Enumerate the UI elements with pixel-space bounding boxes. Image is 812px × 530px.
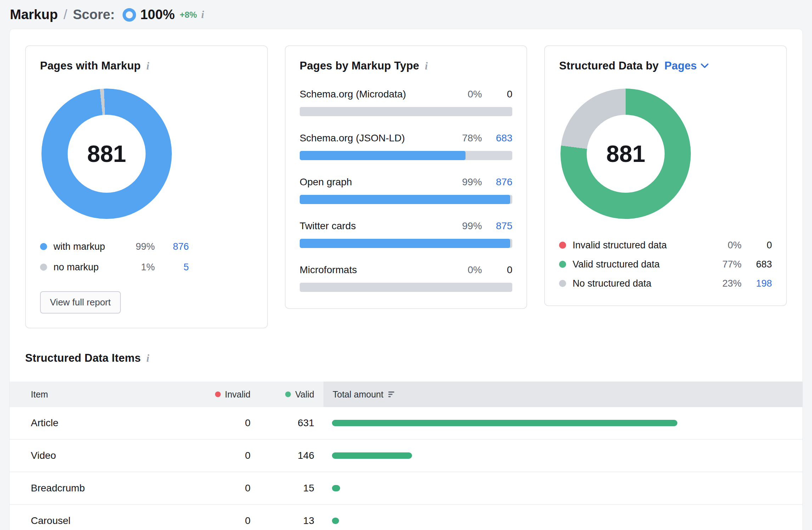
markup-type-count: 0 — [487, 264, 512, 276]
valid-column-header: Valid — [250, 389, 314, 400]
valid-count: 631 — [250, 417, 314, 429]
content-panel: Pages with Markup i 881 with markup 99% … — [9, 29, 803, 530]
item-name: Video — [10, 450, 208, 461]
valid-count: 146 — [250, 450, 314, 461]
valid-count: 13 — [250, 515, 314, 526]
donut-total-pages: 881 — [87, 140, 126, 167]
legend-row: Invalid structured data 0% 0 — [559, 237, 772, 253]
table-header-left: Item Invalid Valid — [10, 382, 323, 407]
markup-type-percent: 0% — [468, 264, 482, 276]
donut-total-structured: 881 — [606, 140, 645, 167]
score-value: 100% — [140, 7, 175, 22]
info-icon[interactable]: i — [146, 61, 149, 71]
markup-type-row: Schema.org (Microdata) 0% 0 — [300, 89, 513, 116]
markup-type-row: Schema.org (JSON-LD) 78% 683 — [300, 132, 513, 160]
legend-value[interactable]: 198 — [741, 278, 772, 289]
markup-type-row: Open graph 99% 876 — [300, 176, 513, 204]
pages-with-markup-donut-chart[interactable]: 881 — [41, 89, 172, 219]
valid-dot-icon — [285, 391, 291, 397]
markup-type-bar-fill — [300, 239, 511, 248]
amount-bar — [332, 452, 412, 459]
structured-data-items-title: Structured Data Items — [25, 352, 141, 365]
card-pages-by-markup-type: Pages by Markup Type i Schema.org (Micro… — [285, 45, 528, 309]
invalid-count: 0 — [208, 417, 250, 429]
pages-dropdown[interactable]: Pages — [664, 60, 709, 72]
markup-type-row: Microformats 0% 0 — [300, 264, 513, 292]
card-title-pages-with-markup: Pages with Markup — [40, 60, 141, 72]
legend-value: 683 — [741, 259, 772, 270]
markup-type-row: Twitter cards 99% 875 — [300, 220, 513, 248]
info-icon[interactable]: i — [201, 10, 204, 20]
legend-row: No structured data 23% 198 — [559, 276, 772, 291]
legend-label: No structured data — [573, 278, 709, 289]
view-full-report-button[interactable]: View full report — [40, 291, 121, 314]
score-label: Score: — [73, 7, 115, 22]
invalid-column-header: Invalid — [208, 389, 250, 400]
markup-type-bar-fill — [300, 151, 466, 160]
donut-hole: 881 — [68, 115, 146, 193]
markup-type-count: 0 — [487, 89, 512, 100]
table-row: Video 0 146 — [10, 440, 802, 472]
legend-percent: 99% — [122, 241, 155, 252]
page-header: Markup / Score: 100% +8% i — [0, 0, 812, 29]
amount-bar — [332, 485, 340, 491]
table-body: Article 0 631 Video 0 146 Breadcrumb 0 1… — [10, 407, 802, 530]
amount-bar-cell — [314, 483, 802, 494]
markup-type-percent: 78% — [462, 132, 482, 144]
markup-type-bar-track — [300, 195, 513, 204]
markup-type-count[interactable]: 683 — [487, 132, 512, 144]
markup-type-label: Twitter cards — [300, 220, 462, 232]
markup-type-label: Open graph — [300, 176, 462, 188]
card-structured-data-by-pages: Structured Data by Pages 881 Invalid str… — [544, 45, 787, 306]
legend-value[interactable]: 5 — [155, 262, 189, 273]
legend-percent: 77% — [709, 259, 741, 270]
table-row: Carousel 0 13 — [10, 505, 802, 530]
structured-data-donut-chart[interactable]: 881 — [560, 89, 691, 219]
table-row: Article 0 631 — [10, 407, 802, 440]
info-icon[interactable]: i — [146, 353, 149, 363]
amount-bar-cell — [314, 417, 802, 429]
sort-icon — [388, 390, 397, 398]
markup-type-count[interactable]: 875 — [487, 220, 512, 232]
markup-type-label: Schema.org (Microdata) — [300, 89, 468, 100]
legend-dot-icon — [40, 264, 47, 271]
pages-with-markup-legend: with markup 99% 876 no markup 1% 5 — [40, 239, 189, 275]
table-header-row: Item Invalid Valid Total amount — [10, 382, 802, 407]
markup-type-label: Schema.org (JSON-LD) — [300, 132, 462, 144]
markup-type-bar-track — [300, 107, 513, 116]
table-row: Breadcrumb 0 15 — [10, 472, 802, 505]
total-amount-column-header[interactable]: Total amount — [323, 382, 802, 407]
invalid-count: 0 — [208, 450, 250, 461]
legend-row: with markup 99% 876 — [40, 239, 189, 254]
markup-type-bar-track — [300, 283, 513, 292]
legend-value[interactable]: 876 — [155, 241, 189, 252]
invalid-dot-icon — [215, 391, 221, 397]
amount-bar — [332, 420, 677, 426]
valid-count: 15 — [250, 483, 314, 494]
legend-label: Invalid structured data — [573, 240, 709, 251]
info-icon[interactable]: i — [425, 61, 428, 71]
legend-dot-icon — [559, 242, 566, 249]
card-pages-with-markup: Pages with Markup i 881 with markup 99% … — [25, 45, 268, 328]
markup-type-bar-track — [300, 239, 513, 248]
legend-label: Valid structured data — [573, 259, 709, 270]
legend-percent: 23% — [709, 278, 741, 289]
markup-type-percent: 99% — [462, 176, 482, 188]
invalid-count: 0 — [208, 515, 250, 526]
pages-dropdown-value: Pages — [664, 60, 697, 72]
summary-cards: Pages with Markup i 881 with markup 99% … — [10, 29, 802, 328]
card-title-structured-data-by: Structured Data by — [559, 60, 659, 72]
markup-type-percent: 0% — [468, 89, 482, 100]
legend-dot-icon — [40, 243, 47, 250]
amount-bar-cell — [314, 450, 802, 461]
markup-type-bar-track — [300, 151, 513, 160]
page-title: Markup — [10, 7, 58, 22]
chevron-down-icon — [700, 63, 709, 69]
card-title-pages-by-markup-type: Pages by Markup Type — [300, 60, 419, 72]
legend-label: with markup — [53, 241, 122, 252]
item-name: Carousel — [10, 515, 208, 526]
title-separator: / — [63, 7, 67, 22]
markup-type-count[interactable]: 876 — [487, 176, 512, 188]
legend-percent: 1% — [122, 262, 155, 273]
total-amount-label: Total amount — [333, 389, 383, 400]
